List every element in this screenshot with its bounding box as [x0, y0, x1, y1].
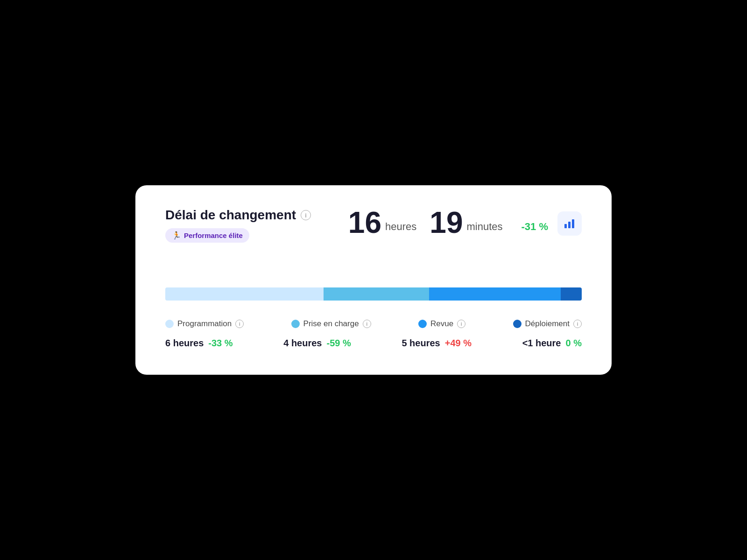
- bar-deploiement: [561, 287, 582, 301]
- programmation-info-icon[interactable]: i: [235, 320, 244, 328]
- performance-badge: 🏃 Performance élite: [165, 228, 249, 243]
- dot-deploiement: [513, 320, 521, 328]
- dot-programmation: [165, 320, 174, 328]
- chart-icon: [564, 217, 576, 230]
- title-info-icon[interactable]: i: [301, 210, 311, 220]
- stat-programmation-value: 6 heures: [165, 338, 204, 349]
- stat-revue-value: 5 heures: [402, 338, 440, 349]
- badge-label: Performance élite: [184, 231, 243, 239]
- revue-info-icon[interactable]: i: [457, 320, 465, 328]
- legend-label-deploiement: Déploiement: [525, 319, 570, 329]
- stat-programmation: 6 heures -33 %: [165, 338, 233, 349]
- stat-prise: 4 heures -59 %: [283, 338, 351, 349]
- bar-revue: [429, 287, 561, 301]
- card-title: Délai de changement: [165, 208, 296, 223]
- stats-row: 6 heures -33 % 4 heures -59 % 5 heures +…: [165, 338, 582, 349]
- svg-rect-0: [564, 224, 567, 228]
- minutes-unit: minutes: [466, 221, 502, 238]
- legend-row: Programmation i Prise en charge i Revue …: [165, 319, 582, 329]
- bar-prise: [324, 287, 429, 301]
- hours-unit: heures: [385, 221, 416, 238]
- metrics-section: 16 heures 19 minutes -31 %: [348, 208, 582, 238]
- stat-deploiement-value: <1 heure: [522, 338, 561, 349]
- legend-label-programmation: Programmation: [177, 319, 232, 329]
- stat-revue-pct: +49 %: [445, 338, 472, 349]
- stat-revue: 5 heures +49 %: [402, 338, 472, 349]
- legend-label-prise: Prise en charge: [303, 319, 359, 329]
- legend-programmation: Programmation i: [165, 319, 244, 329]
- stat-programmation-pct: -33 %: [208, 338, 233, 349]
- minutes-value: 19: [430, 208, 463, 238]
- legend-label-revue: Revue: [430, 319, 453, 329]
- header-row: Délai de changement i 🏃 Performance élit…: [165, 208, 582, 243]
- title-section: Délai de changement i 🏃 Performance élit…: [165, 208, 311, 243]
- legend-revue: Revue i: [418, 319, 465, 329]
- deploiement-info-icon[interactable]: i: [573, 320, 582, 328]
- stat-prise-pct: -59 %: [326, 338, 351, 349]
- bar-programmation: [165, 287, 324, 301]
- spacer: [165, 250, 582, 287]
- chart-button[interactable]: [557, 211, 582, 236]
- badge-icon: 🏃: [172, 231, 181, 240]
- stat-prise-value: 4 heures: [283, 338, 322, 349]
- change-pct: -31 %: [521, 221, 548, 238]
- hours-value: 16: [348, 208, 381, 238]
- svg-rect-1: [568, 222, 571, 228]
- stat-deploiement: <1 heure 0 %: [522, 338, 582, 349]
- stat-deploiement-pct: 0 %: [566, 338, 582, 349]
- main-card: Délai de changement i 🏃 Performance élit…: [135, 185, 612, 375]
- svg-rect-2: [572, 219, 574, 228]
- title-line: Délai de changement i: [165, 208, 311, 223]
- progress-bar: [165, 287, 582, 301]
- dot-revue: [418, 320, 427, 328]
- legend-prise: Prise en charge i: [291, 319, 371, 329]
- legend-deploiement: Déploiement i: [513, 319, 582, 329]
- prise-info-icon[interactable]: i: [363, 320, 371, 328]
- dot-prise: [291, 320, 300, 328]
